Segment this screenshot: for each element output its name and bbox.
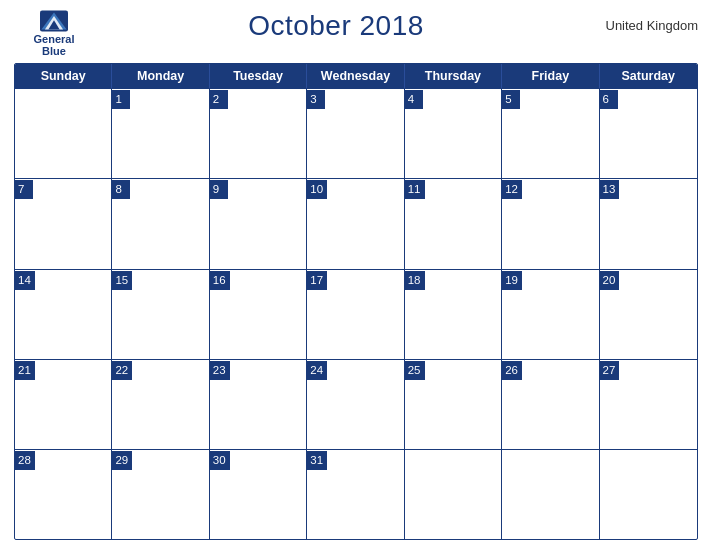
day-number-29: 29: [112, 451, 132, 470]
day-cell-31: 31: [307, 450, 404, 539]
logo-area: General Blue: [14, 10, 94, 57]
day-cell-empty-0-0: [15, 89, 112, 178]
day-number-24: 24: [307, 361, 327, 380]
day-number-2: 2: [210, 90, 228, 109]
day-cell-21: 21: [15, 360, 112, 449]
day-cell-10: 10: [307, 179, 404, 268]
day-cell-9: 9: [210, 179, 307, 268]
header-thursday: Thursday: [405, 64, 502, 88]
header-wednesday: Wednesday: [307, 64, 404, 88]
week-row-1: 123456: [15, 88, 697, 178]
day-cell-4: 4: [405, 89, 502, 178]
day-number-10: 10: [307, 180, 327, 199]
day-cell-3: 3: [307, 89, 404, 178]
day-cell-empty-4-6: [600, 450, 697, 539]
week-row-3: 14151617181920: [15, 269, 697, 359]
day-number-31: 31: [307, 451, 327, 470]
region-label: United Kingdom: [606, 18, 699, 33]
day-number-9: 9: [210, 180, 228, 199]
day-cell-8: 8: [112, 179, 209, 268]
day-number-27: 27: [600, 361, 620, 380]
day-number-1: 1: [112, 90, 130, 109]
header-sunday: Sunday: [15, 64, 112, 88]
header-tuesday: Tuesday: [210, 64, 307, 88]
day-number-30: 30: [210, 451, 230, 470]
calendar-title: October 2018: [248, 10, 424, 41]
days-header-row: Sunday Monday Tuesday Wednesday Thursday…: [15, 64, 697, 88]
day-number-28: 28: [15, 451, 35, 470]
region-area: United Kingdom: [578, 10, 698, 34]
day-cell-15: 15: [112, 270, 209, 359]
day-cell-2: 2: [210, 89, 307, 178]
day-cell-18: 18: [405, 270, 502, 359]
day-cell-24: 24: [307, 360, 404, 449]
day-number-16: 16: [210, 271, 230, 290]
calendar-header: General Blue October 2018 United Kingdom: [14, 10, 698, 57]
calendar-body: 1234567891011121314151617181920212223242…: [15, 88, 697, 539]
day-cell-12: 12: [502, 179, 599, 268]
day-cell-1: 1: [112, 89, 209, 178]
day-cell-empty-4-4: [405, 450, 502, 539]
day-number-19: 19: [502, 271, 522, 290]
day-number-5: 5: [502, 90, 520, 109]
day-number-13: 13: [600, 180, 620, 199]
day-number-11: 11: [405, 180, 425, 199]
logo-general: General Blue: [34, 33, 75, 57]
day-number-21: 21: [15, 361, 35, 380]
day-number-3: 3: [307, 90, 325, 109]
day-number-12: 12: [502, 180, 522, 199]
day-cell-26: 26: [502, 360, 599, 449]
day-cell-7: 7: [15, 179, 112, 268]
day-number-26: 26: [502, 361, 522, 380]
day-number-18: 18: [405, 271, 425, 290]
day-cell-25: 25: [405, 360, 502, 449]
day-cell-6: 6: [600, 89, 697, 178]
day-cell-empty-4-5: [502, 450, 599, 539]
day-cell-20: 20: [600, 270, 697, 359]
day-cell-11: 11: [405, 179, 502, 268]
day-cell-30: 30: [210, 450, 307, 539]
day-number-7: 7: [15, 180, 33, 199]
day-number-8: 8: [112, 180, 130, 199]
day-cell-29: 29: [112, 450, 209, 539]
day-cell-22: 22: [112, 360, 209, 449]
day-number-25: 25: [405, 361, 425, 380]
day-cell-17: 17: [307, 270, 404, 359]
day-number-4: 4: [405, 90, 423, 109]
day-number-14: 14: [15, 271, 35, 290]
day-number-20: 20: [600, 271, 620, 290]
calendar-grid: Sunday Monday Tuesday Wednesday Thursday…: [14, 63, 698, 540]
day-cell-5: 5: [502, 89, 599, 178]
generalblue-logo-icon: [40, 10, 68, 32]
week-row-2: 78910111213: [15, 178, 697, 268]
day-cell-19: 19: [502, 270, 599, 359]
week-row-5: 28293031: [15, 449, 697, 539]
header-friday: Friday: [502, 64, 599, 88]
day-number-6: 6: [600, 90, 618, 109]
week-row-4: 21222324252627: [15, 359, 697, 449]
header-saturday: Saturday: [600, 64, 697, 88]
calendar-page: General Blue October 2018 United Kingdom…: [0, 0, 712, 550]
day-number-22: 22: [112, 361, 132, 380]
day-number-23: 23: [210, 361, 230, 380]
day-cell-23: 23: [210, 360, 307, 449]
day-cell-16: 16: [210, 270, 307, 359]
day-cell-28: 28: [15, 450, 112, 539]
day-number-17: 17: [307, 271, 327, 290]
calendar-title-area: October 2018: [94, 10, 578, 42]
day-cell-27: 27: [600, 360, 697, 449]
header-monday: Monday: [112, 64, 209, 88]
day-number-15: 15: [112, 271, 132, 290]
day-cell-13: 13: [600, 179, 697, 268]
day-cell-14: 14: [15, 270, 112, 359]
